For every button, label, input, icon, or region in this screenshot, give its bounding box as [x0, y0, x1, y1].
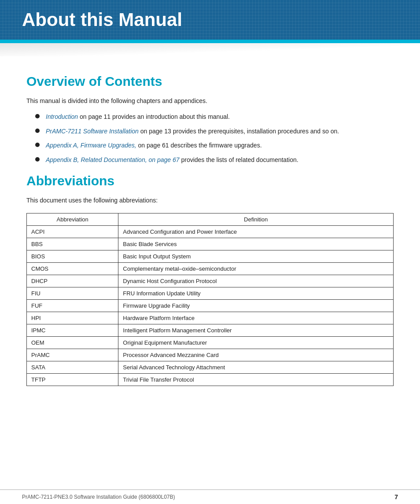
main-content: Overview of Contents This manual is divi… — [0, 56, 420, 426]
table-cell: Hardware Platform Interface — [118, 312, 394, 324]
appendix-b-link[interactable]: Appendix B, Related Documentation, on pa… — [46, 156, 180, 163]
list-item: Appendix A, Firmware Upgrades, on page 6… — [35, 140, 394, 150]
footer-page-number: 7 — [394, 493, 398, 500]
table-cell: Complementary metal–oxide–semiconductor — [118, 263, 394, 275]
table-row: PrAMCProcessor Advanced Mezzanine Card — [27, 349, 394, 361]
table-cell: ACPI — [27, 226, 118, 238]
table-row: FIUFRU Information Update Utility — [27, 287, 394, 300]
table-cell: DHCP — [27, 275, 118, 287]
table-cell: Serial Advanced Technology Attachment — [118, 361, 394, 374]
overview-heading: Overview of Contents — [26, 74, 394, 89]
table-row: BBSBasic Blade Services — [27, 238, 394, 250]
table-row: ACPIAdvanced Configuration and Power Int… — [27, 226, 394, 238]
table-row: IPMC Intelligent Platform Management Con… — [27, 324, 394, 337]
table-cell: OEM — [27, 337, 118, 349]
table-row: TFTPTrivial File Transfer Protocol — [27, 374, 394, 386]
table-cell: Processor Advanced Mezzanine Card — [118, 349, 394, 361]
appendix-a-link[interactable]: Appendix A, Firmware Upgrades, — [46, 142, 136, 149]
overview-bullet-list: Introduction on page 11 provides an intr… — [26, 112, 394, 165]
header-banner: About this Manual — [0, 0, 420, 40]
table-cell: HPI — [27, 312, 118, 324]
table-row: CMOSComplementary metal–oxide–semiconduc… — [27, 263, 394, 275]
table-cell: FUF — [27, 300, 118, 312]
table-cell: FRU Information Update Utility — [118, 287, 394, 300]
table-row: OEMOriginal Equipment Manufacturer — [27, 337, 394, 349]
table-cell: Dynamic Host Configuration Protocol — [118, 275, 394, 287]
list-item: PrAMC-7211 Software Installation on page… — [35, 126, 394, 136]
bullet-text: Appendix B, Related Documentation, on pa… — [46, 155, 298, 165]
table-cell: BBS — [27, 238, 118, 250]
abbreviations-table: Abbreviation Definition ACPIAdvanced Con… — [26, 213, 394, 386]
table-cell: Trivial File Transfer Protocol — [118, 374, 394, 386]
table-cell: IPMC — [27, 324, 118, 337]
bullet-dot — [35, 129, 40, 133]
table-row: FUFFirmware Upgrade Facility — [27, 300, 394, 312]
overview-intro: This manual is divided into the followin… — [26, 96, 394, 106]
page-footer: PrAMC-7211-PNE3.0 Software Installation … — [0, 489, 420, 504]
page-title: About this Manual — [0, 9, 182, 30]
table-cell: SATA — [27, 361, 118, 374]
accent-bar — [0, 40, 420, 43]
table-cell: TFTP — [27, 374, 118, 386]
abbreviations-heading: Abbreviations — [26, 173, 394, 188]
table-cell: Firmware Upgrade Facility — [118, 300, 394, 312]
table-cell: Advanced Configuration and Power Interfa… — [118, 226, 394, 238]
table-row: HPIHardware Platform Interface — [27, 312, 394, 324]
bullet-text: PrAMC-7211 Software Installation on page… — [46, 126, 339, 136]
table-cell: FIU — [27, 287, 118, 300]
abbreviations-intro: This document uses the following abbrevi… — [26, 195, 394, 205]
table-cell: BIOS — [27, 250, 118, 263]
sub-header-decoration — [0, 43, 420, 56]
list-item: Introduction on page 11 provides an intr… — [35, 112, 394, 121]
table-cell: Intelligent Platform Management Controll… — [118, 324, 394, 337]
table-cell: PrAMC — [27, 349, 118, 361]
table-cell: Basic Input Output System — [118, 250, 394, 263]
footer-left-text: PrAMC-7211-PNE3.0 Software Installation … — [22, 494, 175, 500]
bullet-dot — [35, 114, 40, 118]
bullet-dot — [35, 143, 40, 147]
table-cell: Original Equipment Manufacturer — [118, 337, 394, 349]
col-header-abbreviation: Abbreviation — [27, 213, 118, 226]
table-row: DHCPDynamic Host Configuration Protocol — [27, 275, 394, 287]
bullet-text: Appendix A, Firmware Upgrades, on page 6… — [46, 140, 262, 150]
list-item: Appendix B, Related Documentation, on pa… — [35, 155, 394, 165]
intro-link[interactable]: Introduction — [46, 113, 78, 120]
bullet-dot — [35, 157, 40, 162]
table-cell: Basic Blade Services — [118, 238, 394, 250]
pramc-install-link[interactable]: PrAMC-7211 Software Installation — [46, 128, 139, 135]
bullet-text: Introduction on page 11 provides an intr… — [46, 112, 230, 121]
col-header-definition: Definition — [118, 213, 394, 226]
table-row: BIOSBasic Input Output System — [27, 250, 394, 263]
table-row: SATASerial Advanced Technology Attachmen… — [27, 361, 394, 374]
table-cell: CMOS — [27, 263, 118, 275]
